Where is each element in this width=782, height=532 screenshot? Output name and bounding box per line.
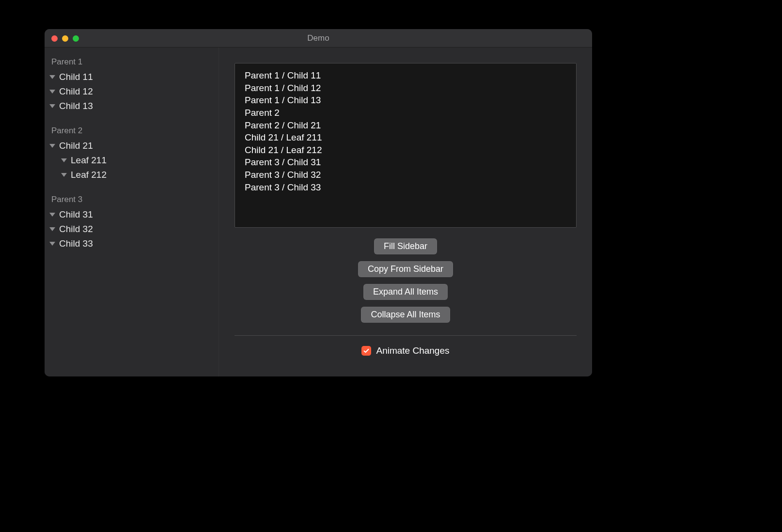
sidebar-item[interactable]: Leaf 211: [45, 153, 219, 168]
sidebar-item-label: Child 13: [59, 101, 93, 111]
animate-changes-checkbox[interactable]: [361, 346, 371, 356]
disclosure-triangle-icon[interactable]: [49, 104, 55, 108]
sidebar-item[interactable]: Leaf 212: [45, 168, 219, 182]
disclosure-triangle-icon[interactable]: [61, 158, 67, 162]
window-title: Demo: [307, 33, 329, 43]
sidebar-item[interactable]: Child 31: [45, 207, 219, 222]
disclosure-triangle-icon[interactable]: [61, 173, 67, 177]
sidebar-group-header: Parent 3: [45, 190, 219, 207]
sidebar-item-label: Leaf 212: [71, 170, 107, 180]
sidebar-item[interactable]: Child 11: [45, 70, 219, 84]
sidebar-item-label: Child 21: [59, 141, 93, 151]
fill-sidebar-button[interactable]: Fill Sidebar: [374, 238, 437, 254]
sidebar-item-label: Child 32: [59, 224, 93, 235]
copy-from-sidebar-button[interactable]: Copy From Sidebar: [358, 261, 453, 277]
traffic-lights: [51, 35, 79, 42]
animate-changes-row[interactable]: Animate Changes: [235, 345, 577, 356]
app-window: Demo Parent 1Child 11Child 12Child 13Par…: [45, 29, 592, 376]
sidebar-item-label: Child 12: [59, 86, 93, 97]
sidebar[interactable]: Parent 1Child 11Child 12Child 13Parent 2…: [45, 47, 219, 376]
disclosure-triangle-icon[interactable]: [49, 227, 55, 231]
sidebar-item-label: Child 31: [59, 209, 93, 220]
sidebar-item-label: Leaf 211: [71, 155, 107, 166]
sidebar-item[interactable]: Child 13: [45, 99, 219, 113]
window-body: Parent 1Child 11Child 12Child 13Parent 2…: [45, 47, 592, 376]
close-icon[interactable]: [51, 35, 58, 42]
sidebar-item[interactable]: Child 21: [45, 139, 219, 153]
minimize-icon[interactable]: [62, 35, 68, 42]
expand-all-button[interactable]: Expand All Items: [363, 284, 448, 300]
disclosure-triangle-icon[interactable]: [49, 144, 55, 148]
sidebar-item[interactable]: Child 32: [45, 222, 219, 236]
titlebar[interactable]: Demo: [45, 29, 592, 47]
sidebar-item-label: Child 11: [59, 72, 93, 82]
sidebar-group-header: Parent 1: [45, 52, 219, 70]
main-pane: Parent 1 / Child 11 Parent 1 / Child 12 …: [219, 47, 592, 376]
output-textview[interactable]: Parent 1 / Child 11 Parent 1 / Child 12 …: [235, 63, 577, 228]
sidebar-item-label: Child 33: [59, 238, 93, 249]
animate-changes-label: Animate Changes: [376, 345, 449, 356]
sidebar-item[interactable]: Child 33: [45, 236, 219, 251]
sidebar-item[interactable]: Child 12: [45, 84, 219, 99]
zoom-icon[interactable]: [73, 35, 79, 42]
collapse-all-button[interactable]: Collapse All Items: [361, 307, 450, 323]
disclosure-triangle-icon[interactable]: [49, 90, 55, 94]
checkmark-icon: [363, 347, 370, 354]
disclosure-triangle-icon[interactable]: [49, 242, 55, 246]
button-stack: Fill Sidebar Copy From Sidebar Expand Al…: [235, 238, 577, 323]
sidebar-group-header: Parent 2: [45, 121, 219, 139]
disclosure-triangle-icon[interactable]: [49, 213, 55, 217]
disclosure-triangle-icon[interactable]: [49, 75, 55, 79]
divider: [235, 335, 577, 336]
